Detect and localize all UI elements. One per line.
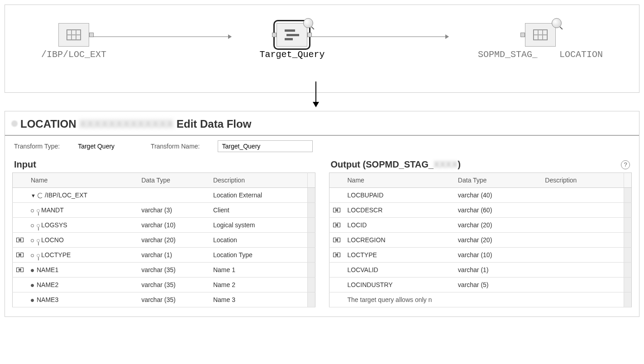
row-name: LOCDESCR — [344, 203, 454, 218]
row-name: LOCTYPE — [41, 251, 71, 259]
mapped-icon — [333, 208, 340, 212]
row-datatype: varchar (5) — [454, 278, 542, 292]
source-node-label: /IBP/LOC_EXT — [41, 49, 106, 60]
table-row[interactable]: NAME3 varchar (35) Name 3 — [13, 292, 315, 307]
col-description[interactable]: Description — [541, 173, 624, 188]
row-datatype: varchar (35) — [138, 263, 210, 278]
row-datatype: varchar (20) — [454, 218, 542, 233]
row-datatype: varchar (1) — [138, 248, 210, 263]
output-pane: Output (SOPMD_STAG_XXXX) ? Name Data Typ… — [329, 157, 632, 307]
output-note: The target query allows only n — [344, 292, 624, 307]
key-icon — [37, 254, 40, 257]
row-description: Location Type — [210, 248, 307, 263]
row-datatype: varchar (20) — [138, 233, 210, 248]
table-row[interactable]: ▼/IBP/LOC_EXT Location External — [13, 188, 315, 203]
row-description: Location — [210, 233, 307, 248]
row-datatype: varchar (10) — [138, 218, 210, 233]
row-name: LOCREGION — [344, 233, 454, 248]
col-name[interactable]: Name — [27, 173, 138, 188]
output-port[interactable] — [307, 33, 312, 37]
table-row[interactable]: LOCID varchar (20) — [329, 218, 632, 233]
input-port[interactable] — [520, 33, 525, 37]
help-icon[interactable]: ? — [621, 160, 630, 169]
row-name: LOCINDUSTRY — [344, 278, 454, 292]
transform-type-label: Transform Type: — [14, 143, 60, 150]
table-row[interactable]: LOCINDUSTRY varchar (5) — [329, 278, 632, 292]
connector-arrow-2 — [295, 36, 448, 37]
mapped-icon — [16, 268, 24, 272]
row-datatype: varchar (35) — [138, 292, 210, 307]
transform-type-value: Target Query — [78, 143, 114, 150]
sync-icon — [38, 193, 43, 198]
source-node[interactable] — [58, 23, 89, 47]
expander-icon[interactable]: ▼ — [31, 193, 36, 198]
input-title: Input — [14, 159, 36, 170]
field-bullet-icon — [31, 224, 34, 227]
target-node[interactable] — [525, 23, 556, 47]
input-port[interactable] — [272, 33, 277, 37]
mapped-icon — [333, 253, 340, 257]
row-description — [541, 248, 624, 263]
row-name: LOGSYS — [41, 221, 67, 229]
table-row[interactable]: LOCREGION varchar (20) — [329, 233, 632, 248]
target-query-node[interactable] — [277, 23, 307, 47]
query-icon — [285, 29, 299, 40]
col-datatype[interactable]: Data Type — [138, 173, 210, 188]
row-name: LOCNO — [41, 236, 64, 244]
field-bullet-icon — [31, 284, 34, 287]
output-note-row: The target query allows only n — [329, 292, 632, 307]
row-description: Name 2 — [210, 278, 307, 292]
table-row[interactable]: NAME2 varchar (35) Name 2 — [13, 278, 315, 292]
mapped-icon — [333, 223, 340, 227]
transform-name-input[interactable] — [218, 140, 313, 152]
field-bullet-icon — [31, 254, 34, 257]
row-datatype: varchar (1) — [454, 263, 542, 278]
target-node-label: SOPMD_STAG_XXXXLOCATION — [478, 49, 603, 60]
field-bullet-icon — [31, 239, 34, 242]
row-description — [541, 233, 624, 248]
output-title: Output (SOPMD_STAG_XXXX) — [331, 159, 461, 170]
table-icon — [67, 29, 81, 40]
panel-title: LOCATION XXXXXXXXXXXXX Edit Data Flow — [5, 111, 639, 136]
row-datatype: varchar (10) — [454, 248, 542, 263]
col-name[interactable]: Name — [344, 173, 454, 188]
magnify-icon[interactable] — [552, 18, 562, 28]
table-row[interactable]: LOCVALID varchar (1) — [329, 263, 632, 278]
row-name: MANDT — [41, 206, 64, 214]
table-row[interactable]: MANDT varchar (3) Client — [13, 203, 315, 218]
transform-info-row: Transform Type: Target Query Transform N… — [5, 136, 639, 157]
table-row[interactable]: NAME1 varchar (35) Name 1 — [13, 263, 315, 278]
table-row[interactable]: LOCNO varchar (20) Location — [13, 233, 315, 248]
row-name: /IBP/LOC_EXT — [45, 192, 87, 199]
transform-detail-panel: LOCATION XXXXXXXXXXXXX Edit Data Flow Tr… — [5, 111, 639, 317]
row-datatype: varchar (20) — [454, 233, 542, 248]
magnify-icon[interactable] — [303, 18, 313, 28]
mapped-icon — [16, 253, 24, 257]
transform-name-label: Transform Name: — [151, 143, 200, 150]
key-icon — [37, 224, 40, 227]
key-icon — [37, 239, 40, 242]
output-table[interactable]: Name Data Type Description LOCBUPAID var… — [329, 172, 632, 307]
detail-link-arrow — [315, 81, 316, 106]
connector-arrow-1 — [86, 36, 231, 37]
output-port[interactable] — [89, 33, 94, 37]
row-description: Name 3 — [210, 292, 307, 307]
mapped-icon — [333, 238, 340, 242]
col-datatype[interactable]: Data Type — [454, 173, 542, 188]
table-row[interactable]: LOGSYS varchar (10) Logical system — [13, 218, 315, 233]
table-row[interactable]: LOCBUPAID varchar (40) — [329, 188, 632, 203]
field-bullet-icon — [31, 209, 34, 212]
key-icon — [37, 209, 40, 212]
row-description: Logical system — [210, 218, 307, 233]
row-description: Name 1 — [210, 263, 307, 278]
row-datatype: varchar (40) — [454, 188, 542, 203]
input-table[interactable]: Name Data Type Description ▼/IBP/LOC_EXT… — [12, 172, 315, 307]
row-description: Location External — [210, 188, 307, 203]
table-row[interactable]: LOCTYPE varchar (10) — [329, 248, 632, 263]
col-description[interactable]: Description — [210, 173, 307, 188]
row-datatype: varchar (3) — [138, 203, 210, 218]
row-description — [541, 263, 624, 278]
row-datatype: varchar (60) — [454, 203, 542, 218]
table-row[interactable]: LOCTYPE varchar (1) Location Type — [13, 248, 315, 263]
table-row[interactable]: LOCDESCR varchar (60) — [329, 203, 632, 218]
